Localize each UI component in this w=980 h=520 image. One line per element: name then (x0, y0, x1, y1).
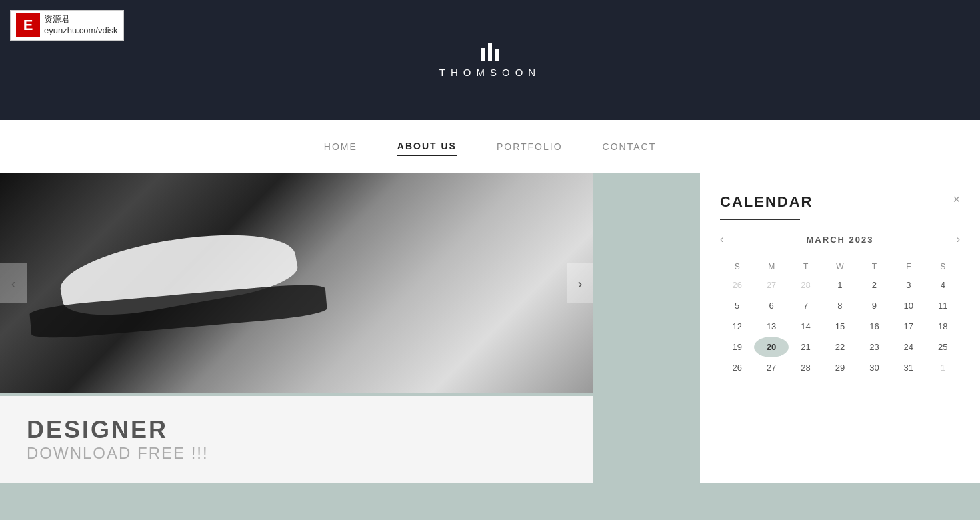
calendar-weekday: S (720, 259, 754, 275)
calendar-day[interactable]: 10 (891, 295, 925, 316)
nav-portfolio[interactable]: PORTFOLIO (497, 138, 563, 155)
calendar-day[interactable]: 15 (823, 316, 857, 337)
calendar-day[interactable]: 16 (857, 316, 891, 337)
calendar-prev-button[interactable]: ‹ (720, 233, 723, 245)
calendar-weekday: W (823, 259, 857, 275)
calendar-day[interactable]: 22 (823, 337, 857, 357)
calendar-weekday: T (789, 259, 823, 275)
nav-contact[interactable]: CONTACT (603, 138, 657, 155)
calendar-day[interactable]: 29 (823, 357, 857, 378)
calendar-day[interactable]: 11 (926, 295, 960, 316)
calendar-nav: ‹ MARCH 2023 › (720, 233, 960, 245)
calendar-day[interactable]: 26 (720, 357, 754, 378)
calendar-day[interactable]: 1 (926, 357, 960, 378)
logo-text: THOMSOON (439, 67, 541, 78)
watermark-letter: E (16, 13, 40, 37)
caption-title: DESIGNER (27, 416, 567, 444)
calendar-weekday: F (891, 259, 925, 275)
calendar-day[interactable]: 30 (857, 357, 891, 378)
calendar-day[interactable]: 20 (754, 337, 788, 357)
logo-icon (481, 43, 499, 61)
calendar-day[interactable]: 5 (720, 295, 754, 316)
calendar-day[interactable]: 24 (891, 337, 925, 357)
calendar-grid: SMTWTFS 26272812345678910111213141516171… (720, 259, 960, 378)
calendar-day[interactable]: 1 (823, 275, 857, 295)
caption-subtitle: DOWNLOAD FREE !!! (27, 444, 567, 463)
calendar-close-button[interactable]: × (953, 193, 960, 205)
calendar-day[interactable]: 21 (789, 337, 823, 357)
calendar-day[interactable]: 25 (926, 337, 960, 357)
calendar-day[interactable]: 13 (754, 316, 788, 337)
calendar-day[interactable]: 31 (891, 357, 925, 378)
calendar-day[interactable]: 18 (926, 316, 960, 337)
site-nav: HOME ABOUT US PORTFOLIO CONTACT (0, 120, 980, 173)
calendar-day[interactable]: 28 (789, 275, 823, 295)
calendar-day[interactable]: 27 (754, 275, 788, 295)
slider-area: ‹ › DESIGNER DOWNLOAD FREE !!! (0, 173, 700, 483)
calendar-day[interactable]: 8 (823, 295, 857, 316)
calendar-day[interactable]: 17 (891, 316, 925, 337)
nav-about[interactable]: ABOUT US (397, 137, 457, 156)
slider-prev-button[interactable]: ‹ (0, 263, 27, 303)
calendar-day[interactable]: 4 (926, 275, 960, 295)
slider-next-button[interactable]: › (567, 263, 593, 303)
slider-image (0, 173, 593, 393)
calendar-day[interactable]: 7 (789, 295, 823, 316)
calendar-day[interactable]: 27 (754, 357, 788, 378)
calendar-day[interactable]: 9 (857, 295, 891, 316)
main-content: ‹ › DESIGNER DOWNLOAD FREE !!! CALENDAR … (0, 173, 980, 483)
calendar-day[interactable]: 28 (789, 357, 823, 378)
calendar-month-label: MARCH 2023 (807, 235, 874, 245)
calendar-next-button[interactable]: › (957, 233, 960, 245)
calendar-title: CALENDAR (720, 193, 813, 211)
calendar-weekday: T (857, 259, 891, 275)
watermark-text: 资源君 eyunzhu.com/vdisk (44, 14, 118, 37)
nav-home[interactable]: HOME (324, 138, 357, 155)
calendar-day[interactable]: 2 (857, 275, 891, 295)
calendar-day[interactable]: 12 (720, 316, 754, 337)
calendar-sidebar: CALENDAR × ‹ MARCH 2023 › SMTWTFS 262728… (700, 173, 980, 483)
calendar-divider (720, 219, 800, 220)
calendar-day[interactable]: 26 (720, 275, 754, 295)
calendar-day[interactable]: 19 (720, 337, 754, 357)
calendar-header: CALENDAR × (720, 193, 960, 211)
calendar-weekday: S (926, 259, 960, 275)
calendar-day[interactable]: 3 (891, 275, 925, 295)
calendar-weekday: M (754, 259, 788, 275)
calendar-day[interactable]: 6 (754, 295, 788, 316)
shoe-photo (0, 173, 593, 393)
watermark: E 资源君 eyunzhu.com/vdisk (10, 10, 124, 41)
slider-caption: DESIGNER DOWNLOAD FREE !!! (0, 396, 593, 483)
site-header: THOMSOON (0, 0, 980, 120)
calendar-day[interactable]: 23 (857, 337, 891, 357)
calendar-day[interactable]: 14 (789, 316, 823, 337)
